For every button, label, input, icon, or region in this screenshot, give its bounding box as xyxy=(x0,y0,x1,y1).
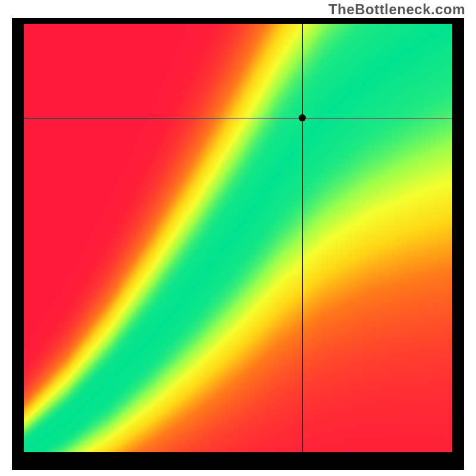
crosshair-vertical xyxy=(302,24,303,452)
crosshair-horizontal xyxy=(24,118,452,118)
heatmap-canvas xyxy=(24,24,452,452)
plot-area xyxy=(24,24,452,452)
watermark-text: TheBottleneck.com xyxy=(328,1,465,18)
chart-frame: TheBottleneck.com xyxy=(0,0,476,476)
plot-border xyxy=(12,18,464,470)
